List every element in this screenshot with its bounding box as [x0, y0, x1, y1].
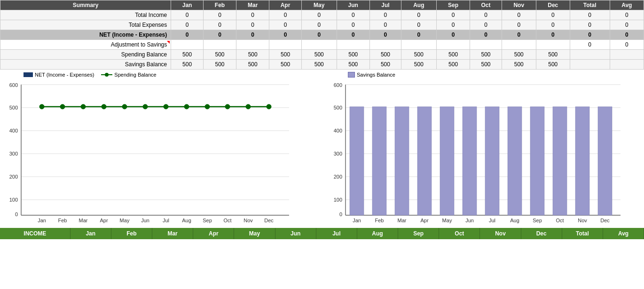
sv-jan: 500	[171, 60, 204, 70]
sp-dec: 500	[536, 50, 570, 60]
header-dec: Dec	[536, 0, 570, 10]
svg-rect-62	[440, 107, 454, 215]
svg-rect-69	[598, 107, 612, 215]
svg-point-22	[122, 104, 127, 109]
te-may: 0	[301, 20, 337, 30]
svg-rect-66	[530, 107, 544, 215]
header-apr: Apr	[269, 0, 302, 10]
table-row-adjustment: Adjustment to Savings 0 0	[0, 40, 644, 50]
income-bar-may: May	[234, 228, 275, 239]
income-bar-oct: Oct	[439, 228, 480, 239]
income-bar-jan: Jan	[71, 228, 111, 239]
table-row-total-expenses: Total Expenses 0 0 0 0 0 0 0 0 0 0 0 0 0…	[0, 20, 644, 30]
adj-jun[interactable]	[337, 40, 369, 50]
te-jul: 0	[369, 20, 401, 30]
sv-jun: 500	[337, 60, 369, 70]
net-may: 0	[301, 30, 337, 40]
svg-rect-68	[575, 107, 589, 215]
income-bar: INCOME Jan Feb Mar Apr May Jun Jul Aug S…	[0, 228, 644, 239]
ti-nov: 0	[502, 10, 536, 20]
adj-apr[interactable]	[269, 40, 302, 50]
svg-text:Jul: Jul	[489, 218, 495, 223]
income-bar-nov: Nov	[480, 228, 521, 239]
sv-nov: 500	[502, 60, 536, 70]
svg-text:Feb: Feb	[58, 218, 67, 223]
sv-mar: 500	[236, 60, 269, 70]
adj-sep[interactable]	[436, 40, 470, 50]
svg-point-27	[225, 104, 230, 109]
svg-text:600: 600	[334, 82, 342, 88]
adj-oct[interactable]	[470, 40, 502, 50]
svg-text:Dec: Dec	[600, 218, 610, 223]
svg-text:Jan: Jan	[353, 218, 361, 223]
te-oct: 0	[470, 20, 502, 30]
sp-feb: 500	[203, 50, 236, 60]
adj-aug[interactable]	[401, 40, 436, 50]
income-bar-label: INCOME	[0, 228, 71, 239]
svg-text:500: 500	[9, 105, 18, 110]
header-nov: Nov	[502, 0, 536, 10]
ti-apr: 0	[269, 10, 302, 20]
sv-feb: 500	[203, 60, 236, 70]
sp-jan: 500	[171, 50, 204, 60]
income-bar-avg: Avg	[603, 228, 644, 239]
savings-label: Savings Balance	[0, 60, 171, 70]
right-chart-legend: Savings Balance	[348, 72, 644, 78]
te-jun: 0	[337, 20, 369, 30]
header-total: Total	[570, 0, 610, 10]
table-row-net: NET (Income - Expenses) 0 0 0 0 0 0 0 0 …	[0, 30, 644, 40]
income-bar-total: Total	[562, 228, 603, 239]
total-income-label: Total Income	[0, 10, 171, 20]
svg-text:Aug: Aug	[182, 218, 191, 223]
legend-net-label: NET (Income - Expenses)	[35, 72, 94, 78]
te-mar: 0	[236, 20, 269, 30]
svg-point-20	[81, 104, 86, 109]
adj-dec[interactable]	[536, 40, 570, 50]
svg-text:200: 200	[334, 174, 342, 180]
sp-total	[570, 50, 610, 60]
header-jun: Jun	[337, 0, 369, 10]
adj-may[interactable]	[301, 40, 337, 50]
adj-mar[interactable]	[236, 40, 269, 50]
net-jun: 0	[337, 30, 369, 40]
sv-dec: 500	[536, 60, 570, 70]
legend-net: NET (Income - Expenses)	[24, 72, 94, 78]
header-sep: Sep	[436, 0, 470, 10]
header-jan: Jan	[171, 0, 204, 10]
svg-text:100: 100	[334, 197, 342, 203]
adj-jul[interactable]	[369, 40, 401, 50]
svg-rect-61	[417, 107, 432, 215]
svg-point-28	[246, 104, 251, 109]
income-bar-mar: Mar	[152, 228, 193, 239]
income-bar-aug: Aug	[357, 228, 398, 239]
te-avg: 0	[610, 20, 644, 30]
sp-nov: 500	[502, 50, 536, 60]
svg-text:Oct: Oct	[556, 218, 564, 223]
svg-text:400: 400	[9, 128, 18, 133]
left-chart-legend: NET (Income - Expenses) Spending Balance	[24, 72, 315, 78]
te-dec: 0	[536, 20, 570, 30]
legend-savings-icon	[348, 72, 355, 78]
net-label: NET (Income - Expenses)	[0, 30, 171, 40]
net-mar: 0	[236, 30, 269, 40]
income-bar-dec: Dec	[521, 228, 562, 239]
svg-text:200: 200	[9, 174, 18, 180]
svg-point-29	[267, 104, 271, 109]
ti-dec: 0	[536, 10, 570, 20]
legend-net-icon	[24, 72, 33, 77]
right-chart-svg: 600 500 400 300 200 100 0	[329, 80, 630, 226]
legend-spending-label: Spending Balance	[114, 72, 156, 78]
sp-sep: 500	[436, 50, 470, 60]
table-row-total-income: Total Income 0 0 0 0 0 0 0 0 0 0 0 0 0 0	[0, 10, 644, 20]
adj-feb[interactable]	[203, 40, 236, 50]
te-jan: 0	[171, 20, 204, 30]
adj-jan[interactable]	[171, 40, 204, 50]
net-nov: 0	[502, 30, 536, 40]
right-chart-container: Savings Balance 600 500 400 300 200 100 …	[315, 72, 644, 226]
svg-text:Oct: Oct	[223, 218, 231, 223]
legend-savings: Savings Balance	[348, 72, 395, 78]
sp-jun: 500	[337, 50, 369, 60]
adj-nov[interactable]	[502, 40, 536, 50]
svg-text:Nov: Nov	[578, 218, 587, 223]
svg-text:Apr: Apr	[100, 218, 108, 223]
